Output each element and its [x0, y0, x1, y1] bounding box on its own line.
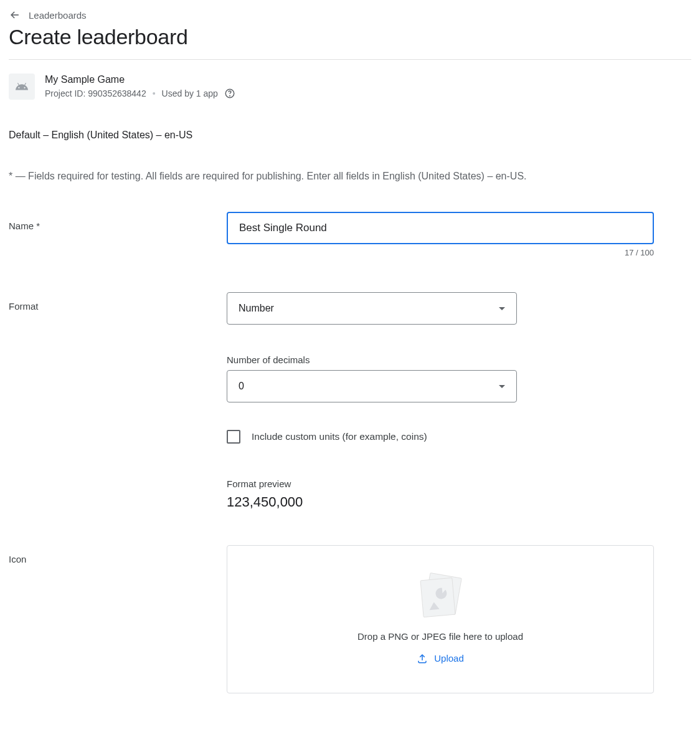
- dropzone-text: Drop a PNG or JPEG file here to upload: [357, 631, 523, 642]
- name-label: Name *: [9, 221, 40, 231]
- name-input[interactable]: [227, 212, 654, 244]
- custom-units-checkbox[interactable]: [227, 430, 240, 444]
- format-select-value: Number: [239, 303, 274, 314]
- files-icon: [418, 575, 463, 620]
- android-icon: [9, 74, 35, 100]
- format-preview-value: 123,450,000: [227, 494, 654, 510]
- decimals-label: Number of decimals: [227, 354, 654, 365]
- chevron-down-icon: [499, 307, 505, 310]
- svg-point-1: [230, 95, 230, 96]
- chevron-down-icon: [499, 385, 505, 388]
- icon-label: Icon: [9, 554, 26, 564]
- format-label: Format: [9, 301, 39, 312]
- project-name: My Sample Game: [45, 74, 235, 85]
- icon-dropzone[interactable]: Drop a PNG or JPEG file here to upload U…: [227, 545, 654, 693]
- name-char-count: 17 / 100: [227, 248, 654, 257]
- upload-button[interactable]: Upload: [417, 653, 464, 664]
- help-icon[interactable]: [224, 88, 235, 99]
- breadcrumb-parent[interactable]: Leaderboards: [29, 10, 87, 21]
- used-by-text: Used by 1 app: [162, 88, 218, 98]
- page-title: Create leaderboard: [9, 25, 691, 49]
- project-id: Project ID: 990352638442: [45, 88, 146, 98]
- project-summary: My Sample Game Project ID: 990352638442 …: [9, 74, 691, 100]
- locale-text: Default – English (United States) – en-U…: [9, 130, 691, 141]
- decimals-select-value: 0: [239, 381, 244, 392]
- meta-separator: •: [153, 88, 156, 98]
- back-arrow-icon[interactable]: [9, 9, 21, 21]
- divider: [9, 59, 691, 60]
- custom-units-label: Include custom units (for example, coins…: [252, 431, 427, 442]
- format-select[interactable]: Number: [227, 292, 517, 325]
- required-hint: * — Fields required for testing. All fie…: [9, 171, 691, 182]
- upload-icon: [417, 653, 428, 664]
- decimals-select[interactable]: 0: [227, 370, 517, 402]
- format-preview-label: Format preview: [227, 478, 654, 489]
- upload-label: Upload: [434, 653, 464, 664]
